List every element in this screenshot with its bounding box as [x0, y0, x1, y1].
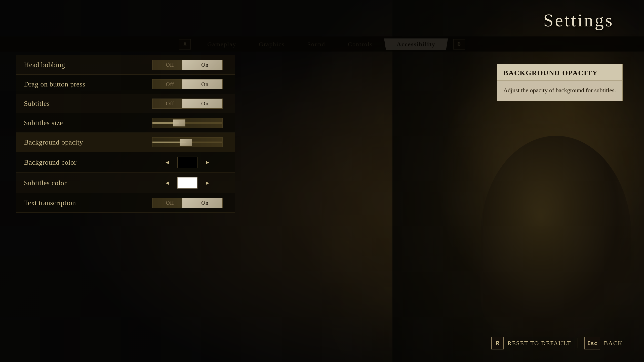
reset-label: Reset to default	[507, 340, 571, 347]
action-separator	[578, 338, 578, 348]
setting-subtitles-label: Subtitles	[24, 100, 50, 108]
toggle-on-label: On	[187, 81, 222, 87]
reset-key-badge: R	[491, 337, 504, 349]
setting-subtitles-color: Subtitles color ◄ ►	[16, 173, 235, 193]
setting-subtitles-size: Subtitles size	[16, 113, 235, 133]
drag-toggle[interactable]: Off On	[152, 79, 223, 89]
toggle-on-label: On	[187, 100, 222, 107]
bottom-bar: R Reset to default Esc Back	[491, 337, 623, 349]
subtitles-color-prev-button[interactable]: ◄	[162, 178, 172, 188]
color-prev-button[interactable]: ◄	[162, 157, 172, 167]
background-opacity-slider[interactable]	[152, 137, 223, 147]
setting-drag-label: Drag on button press	[24, 80, 85, 88]
back-action[interactable]: Esc Back	[584, 337, 623, 349]
setting-subtitles-color-label: Subtitles color	[24, 179, 67, 187]
subtitles-color-swatch	[177, 177, 197, 189]
setting-head-bobbing: Head bobbing Off On	[16, 55, 235, 75]
settings-list: Head bobbing Off On Drag on button press…	[16, 55, 235, 213]
setting-text-transcription-label: Text transcription	[24, 199, 76, 207]
setting-drag-control[interactable]: Off On	[147, 79, 228, 89]
setting-subtitles-color-control[interactable]: ◄ ►	[147, 177, 228, 189]
setting-text-transcription-control[interactable]: Off On	[147, 198, 228, 208]
setting-text-transcription: Text transcription Off On	[16, 193, 235, 213]
toggle-off-label: Off	[152, 81, 187, 87]
setting-background-color-control[interactable]: ◄ ►	[147, 157, 228, 168]
toggle-off-label: Off	[152, 100, 187, 107]
toggle-on-label: On	[187, 200, 222, 206]
slider-track	[152, 122, 222, 124]
setting-drag-on-button-press: Drag on button press Off On	[16, 75, 235, 94]
subtitles-size-slider[interactable]	[152, 118, 223, 128]
setting-subtitles: Subtitles Off On	[16, 94, 235, 113]
slider-thumb[interactable]	[173, 119, 185, 126]
subtitles-color-next-button[interactable]: ►	[203, 178, 213, 188]
setting-background-opacity-control[interactable]	[147, 137, 228, 147]
toggle-off-label: Off	[152, 200, 187, 206]
text-transcription-toggle[interactable]: Off On	[152, 198, 223, 208]
setting-head-bobbing-control[interactable]: Off On	[147, 60, 228, 70]
head-bobbing-toggle[interactable]: Off On	[152, 60, 223, 70]
toggle-off-label: Off	[152, 62, 187, 68]
setting-head-bobbing-label: Head bobbing	[24, 61, 65, 69]
reset-action[interactable]: R Reset to default	[491, 337, 571, 349]
page-title: Settings	[543, 10, 614, 31]
setting-background-opacity: Background opacity	[16, 133, 235, 152]
toggle-on-label: On	[187, 62, 222, 68]
color-next-button[interactable]: ►	[203, 157, 213, 167]
info-panel-description: Adjust the opacity of background for sub…	[497, 81, 622, 101]
slider-thumb[interactable]	[180, 139, 192, 146]
setting-background-color: Background color ◄ ►	[16, 152, 235, 173]
info-panel: Background opacity Adjust the opacity of…	[497, 64, 623, 101]
info-panel-title: Background opacity	[497, 64, 622, 81]
back-key-badge: Esc	[584, 337, 600, 349]
setting-subtitles-size-label: Subtitles size	[24, 119, 63, 127]
main-content: Settings A Gameplay Graphics Sound Contr…	[0, 0, 644, 362]
setting-background-opacity-label: Background opacity	[24, 138, 83, 146]
setting-subtitles-control[interactable]: Off On	[147, 99, 228, 109]
background-color-swatch	[177, 157, 197, 168]
setting-background-color-label: Background color	[24, 158, 76, 166]
subtitles-toggle[interactable]: Off On	[152, 99, 223, 109]
header-bar	[0, 36, 644, 52]
setting-subtitles-size-control[interactable]	[147, 118, 228, 128]
back-label: Back	[604, 340, 623, 347]
